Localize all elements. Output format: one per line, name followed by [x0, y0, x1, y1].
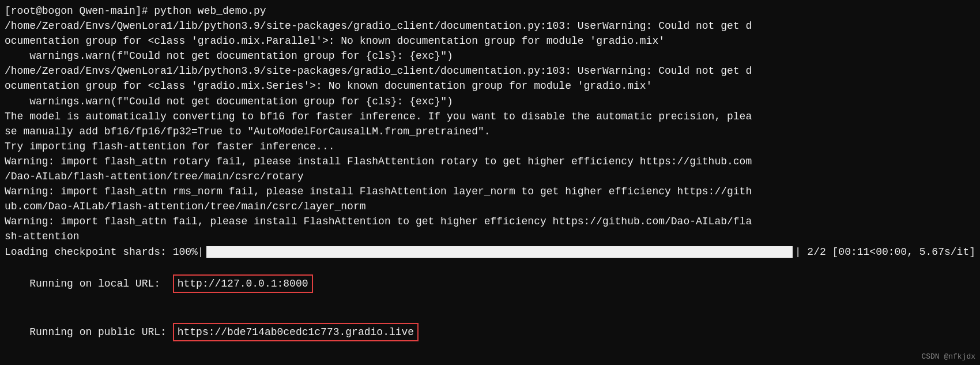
flash-warn1-line1: Warning: import flash_attn rotary fail, … — [5, 154, 975, 169]
progress-line: Loading checkpoint shards: 100%| | 2/2 [… — [5, 244, 975, 259]
progress-stats: | 2/2 [00:11<00:00, 5.67s/it] — [795, 244, 975, 259]
watermark: CSDN @nfkjdx — [921, 352, 975, 363]
progress-label: Loading checkpoint shards: 100%| — [5, 244, 204, 259]
flash-warn3-line2: sh-attention — [5, 229, 975, 244]
public-url-value: https://bde714ab0cedc1c773.gradio.live — [178, 326, 414, 338]
flash-warn1-line2: /Dao-AILab/flash-attention/tree/main/csr… — [5, 169, 975, 184]
empty-line — [5, 356, 975, 365]
terminal-window: [root@bogon Qwen-main]# python web_demo.… — [0, 0, 980, 365]
model-convert-line1: The model is automatically converting to… — [5, 109, 975, 124]
warning2-line3: warnings.warn(f"Could not get documentat… — [5, 94, 975, 109]
progress-bar-container — [206, 246, 793, 258]
public-url-box: https://bde714ab0cedc1c773.gradio.live — [173, 323, 419, 341]
warning1-line3: warnings.warn(f"Could not get documentat… — [5, 48, 975, 63]
public-url-label: Running on public URL: — [29, 326, 172, 338]
flash-warn2-line1: Warning: import flash_attn rms_norm fail… — [5, 184, 975, 199]
flash-import-line: Try importing flash-attention for faster… — [5, 139, 975, 154]
local-url-label: Running on local URL: — [29, 278, 172, 289]
warning2-line1: /home/Zeroad/Envs/QwenLora1/lib/python3.… — [5, 63, 975, 78]
warning2-line2: ocumentation group for <class 'gradio.mi… — [5, 78, 975, 93]
local-url-value: http://127.0.0.1:8000 — [178, 278, 308, 289]
flash-warn2-line2: ub.com/Dao-AILab/flash-attention/tree/ma… — [5, 199, 975, 214]
public-url-line: Running on public URL: https://bde714ab0… — [5, 308, 975, 356]
progress-bar-fill — [206, 246, 793, 258]
command-line: [root@bogon Qwen-main]# python web_demo.… — [5, 3, 975, 18]
model-convert-line2: se manually add bf16/fp16/fp32=True to "… — [5, 124, 975, 139]
flash-warn3-line1: Warning: import flash_attn fail, please … — [5, 214, 975, 229]
local-url-box: http://127.0.0.1:8000 — [173, 274, 313, 293]
warning1-line1: /home/Zeroad/Envs/QwenLora1/lib/python3.… — [5, 18, 975, 33]
url-lines: Running on local URL: http://127.0.0.1:8… — [5, 259, 975, 308]
warning1-line2: ocumentation group for <class 'gradio.mi… — [5, 33, 975, 48]
